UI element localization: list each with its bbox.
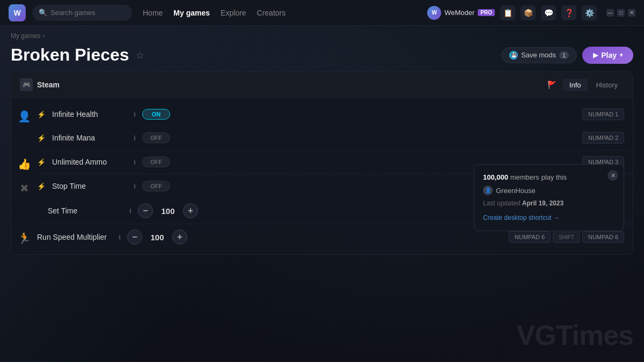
mod-name-infinite-health: Infinite Health (52, 110, 127, 119)
save-mods-label: Save mods (521, 51, 556, 59)
tab-history[interactable]: History (590, 79, 624, 91)
author-avatar: 👤 (483, 186, 493, 195)
info-popup: ✕ 100,000 members play this 👤 GreenHouse… (474, 164, 624, 231)
run-speed-value: 100 (149, 233, 166, 242)
run-speed-keybind-group: NUMPAD 6 SHIFT NUMPAD 6 (509, 231, 624, 243)
play-button[interactable]: ▶ Play ▾ (582, 47, 633, 64)
favorite-button[interactable]: ☆ (136, 49, 144, 61)
breadcrumb-parent[interactable]: My games (11, 32, 40, 40)
vgtimes-watermark: VGTimes (517, 319, 633, 351)
run-speed-increment[interactable]: + (172, 230, 187, 245)
tab-info[interactable]: Info (563, 79, 588, 91)
save-mods-button[interactable]: 💾 Save mods 1 (501, 47, 577, 63)
play-icon: ▶ (593, 51, 598, 59)
mod-name-unlimited-ammo: Unlimited Ammo (52, 158, 127, 166)
mod-name-infinite-mana: Infinite Mana (52, 134, 127, 142)
save-mods-count: 1 (559, 51, 569, 59)
panel-tabs: 🚩 Info History (547, 79, 624, 91)
info-icon-stop-time[interactable]: ℹ (134, 183, 136, 190)
set-time-increment[interactable]: + (183, 203, 198, 218)
user-badge: W WeModer PRO (427, 6, 495, 20)
lightning-icon-2: ⚡ (37, 134, 46, 142)
panel-header: 🎮 Steam 🚩 Info History (11, 72, 633, 98)
set-time-decrement[interactable]: − (138, 203, 153, 218)
close-button[interactable]: ✕ (628, 9, 635, 17)
play-label: Play (601, 51, 617, 60)
popup-author: 👤 GreenHouse (483, 186, 615, 195)
settings-icon[interactable]: ⚙️ (582, 5, 597, 20)
lightning-icon-4: ⚡ (37, 182, 46, 190)
keybind-infinite-health[interactable]: NUMPAD 1 (582, 108, 624, 120)
platform-label: Steam (37, 80, 547, 89)
main-panel: 🎮 Steam 🚩 Info History 👤 ⚡ Infin (11, 71, 633, 255)
discord-icon[interactable]: 💬 (541, 5, 556, 20)
page-header: Broken Pieces ☆ 💾 Save mods 1 ▶ Play ▾ (0, 43, 644, 71)
toggle-infinite-mana[interactable]: OFF (142, 132, 170, 143)
minimize-button[interactable]: — (606, 9, 614, 17)
save-mods-icon: 💾 (509, 51, 518, 60)
maximize-button[interactable]: □ (617, 9, 625, 17)
run-icon: 🏃 (11, 224, 37, 245)
pro-badge: PRO (478, 9, 495, 16)
author-name: GreenHouse (496, 187, 536, 195)
keybind-run-speed-shift[interactable]: NUMPAD 6 (582, 231, 624, 243)
content-area: My games › Broken Pieces ☆ 💾 Save mods 1… (0, 26, 644, 255)
thumbs-up-icon: 👍 (11, 150, 37, 171)
info-icon-unlimited-ammo[interactable]: ℹ (134, 159, 136, 166)
clipboard-icon[interactable]: 📋 (500, 5, 515, 20)
mod-name-stop-time: Stop Time (52, 182, 127, 190)
window-controls: — □ ✕ (606, 9, 635, 17)
keybind-shift-label-2: SHIFT (553, 232, 580, 243)
toggle-stop-time[interactable]: OFF (142, 181, 170, 191)
mod-group-health: 👤 ⚡ Infinite Health ℹ ON NUMPAD 1 ⚡ (11, 102, 633, 150)
search-bar[interactable]: 🔍 (32, 5, 132, 21)
nav-right: W WeModer PRO 📋 📦 💬 ❓ ⚙️ — □ ✕ (427, 5, 635, 20)
lightning-icon: ⚡ (37, 110, 46, 119)
header-actions: 💾 Save mods 1 ▶ Play ▾ (501, 47, 633, 64)
nav-creators[interactable]: Creators (257, 9, 286, 17)
nav-my-games[interactable]: My games (173, 9, 210, 17)
nav-home[interactable]: Home (143, 9, 163, 17)
search-input[interactable] (50, 9, 126, 17)
popup-close-button[interactable]: ✕ (608, 170, 618, 181)
username: WeModer (444, 9, 474, 17)
set-time-stepper: − 100 + (138, 203, 198, 218)
toggle-infinite-health[interactable]: ON (142, 109, 170, 120)
app-logo[interactable]: W (9, 4, 26, 21)
search-icon: 🔍 (39, 9, 47, 17)
package-icon[interactable]: 📦 (521, 5, 536, 20)
keybind-run-speed[interactable]: NUMPAD 6 (509, 231, 551, 243)
navbar: W 🔍 Home My games Explore Creators W WeM… (0, 0, 644, 26)
chevron-down-icon: ▾ (620, 52, 623, 58)
page-title: Broken Pieces (11, 45, 129, 65)
popup-date: April 19, 2023 (522, 200, 564, 207)
avatar: W (427, 6, 441, 20)
mod-row-infinite-mana: ⚡ Infinite Mana ℹ OFF NUMPAD 2 (37, 126, 633, 150)
mod-name-run-speed: Run Speed Multiplier (37, 233, 112, 241)
breadcrumb-separator: › (42, 32, 45, 40)
platform-icon: 🎮 (20, 78, 33, 91)
run-speed-stepper: − 100 + (127, 230, 187, 245)
popup-members: 100,000 members play this (483, 173, 615, 181)
mod-rows-health: ⚡ Infinite Health ℹ ON NUMPAD 1 ⚡ Infini… (37, 102, 633, 150)
toggle-unlimited-ammo[interactable]: OFF (142, 157, 170, 167)
title-row: Broken Pieces ☆ (11, 45, 144, 65)
run-speed-decrement[interactable]: − (127, 230, 142, 245)
keybind-infinite-mana[interactable]: NUMPAD 2 (582, 132, 624, 144)
help-icon[interactable]: ❓ (561, 5, 576, 20)
info-icon-infinite-health[interactable]: ℹ (134, 111, 136, 118)
popup-members-count: 100,000 (483, 173, 508, 181)
info-icon-set-time[interactable]: ℹ (129, 208, 131, 215)
popup-updated: Last updated April 19, 2023 (483, 200, 615, 207)
steam-icon: 🎮 (23, 81, 31, 88)
create-shortcut-link[interactable]: Create desktop shortcut → (483, 214, 560, 221)
set-time-value: 100 (159, 206, 177, 216)
breadcrumb: My games › (0, 26, 644, 43)
person-icon: 👤 (11, 102, 37, 123)
crosshair-icon: ✖ (11, 174, 37, 195)
info-icon-infinite-mana[interactable]: ℹ (134, 135, 136, 142)
nav-explore[interactable]: Explore (221, 9, 246, 17)
lightning-icon-3: ⚡ (37, 158, 46, 166)
nav-links: Home My games Explore Creators (143, 9, 286, 17)
info-icon-run-speed[interactable]: ℹ (119, 234, 121, 241)
